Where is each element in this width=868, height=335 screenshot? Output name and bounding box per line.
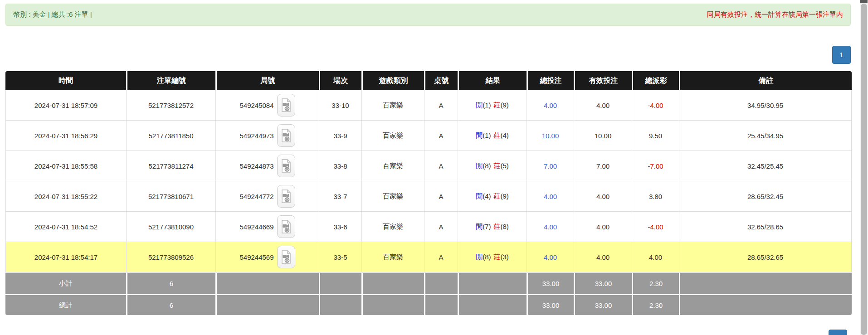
video-replay-button[interactable] (277, 246, 295, 268)
pagination-top: 1 (5, 46, 851, 64)
cell-payout: 3.80 (632, 181, 679, 212)
table-row: 2024-07-31 18:57:09 521773812572 5492450… (5, 90, 852, 121)
cell-total-bet: 4.00 (527, 181, 574, 212)
round-number: 549244569 (239, 253, 273, 261)
result-banker-value: (8) (501, 223, 509, 230)
video-replay-button[interactable] (277, 185, 295, 208)
result-player-label: 閒 (476, 253, 483, 261)
cell-game-type: 百家樂 (361, 181, 424, 212)
cell-game-type: 百家樂 (361, 242, 424, 272)
video-replay-button[interactable] (277, 215, 295, 238)
result-player-value: (1) (483, 101, 491, 109)
total-bet-link[interactable]: 4.00 (544, 193, 557, 200)
header-result: 結果 (458, 71, 527, 90)
scrollbar-top-cap (860, 0, 868, 3)
pagination-page-1-top[interactable]: 1 (832, 46, 851, 64)
header-session: 場次 (319, 71, 361, 90)
total-bet-link[interactable]: 4.00 (544, 102, 557, 109)
cell-game-type: 百家樂 (361, 90, 424, 121)
subtotal-total-bet: 33.00 (527, 272, 574, 294)
pagination-page-1-bottom[interactable]: 1 (829, 330, 847, 335)
cell-round: 549244669 (215, 212, 319, 242)
payout-value: 3.80 (649, 193, 662, 200)
subtotal-count: 6 (126, 272, 215, 294)
round-number: 549244772 (239, 193, 273, 200)
grand-total-label: 總計 (5, 294, 126, 315)
cell-table-no: A (424, 212, 458, 242)
total-bet-link[interactable]: 7.00 (544, 162, 557, 170)
header-payout: 總派彩 (632, 71, 679, 90)
cell-table-no: A (424, 151, 458, 181)
subtotal-row: 小計 6 33.00 33.00 2.30 (5, 272, 852, 294)
payout-value: 9.50 (649, 132, 662, 140)
result-player-value: (8) (483, 253, 491, 261)
cell-session: 33-9 (319, 121, 361, 151)
result-player-value: (1) (483, 131, 491, 139)
grand-total-total-bet: 33.00 (527, 294, 574, 315)
cell-time: 2024-07-31 18:54:52 (5, 212, 126, 242)
cell-round: 549244772 (215, 181, 319, 212)
cell-table-no: A (424, 242, 458, 272)
table-row: 2024-07-31 18:54:52 521773810090 5492446… (5, 212, 852, 242)
cell-time: 2024-07-31 18:57:09 (5, 90, 126, 121)
cell-table-no: A (424, 181, 458, 212)
cell-payout: -4.00 (632, 90, 679, 121)
table-body: 2024-07-31 18:57:09 521773812572 5492450… (5, 90, 852, 272)
video-replay-button[interactable] (277, 94, 295, 117)
result-player-label: 閒 (476, 101, 483, 109)
cell-result: 閒(1)莊(4) (458, 121, 527, 151)
result-banker-value: (9) (501, 192, 509, 200)
cell-payout: 9.50 (632, 121, 679, 151)
scrollbar-track[interactable] (860, 0, 868, 335)
result-banker-value: (4) (501, 131, 509, 139)
scrollbar-thumb[interactable] (861, 4, 867, 335)
header-table-no: 桌號 (424, 71, 458, 90)
video-replay-button[interactable] (277, 124, 295, 147)
cell-table-no: A (424, 121, 458, 151)
cell-result: 閒(8)莊(5) (458, 151, 527, 181)
result-banker-value: (9) (501, 101, 509, 109)
cell-time: 2024-07-31 18:56:29 (5, 121, 126, 151)
total-bet-link[interactable]: 4.00 (544, 223, 557, 231)
cell-time: 2024-07-31 18:55:22 (5, 181, 126, 212)
result-player-label: 閒 (476, 162, 483, 170)
result-player-value: (7) (483, 223, 491, 230)
bet-records-table: 時間 注單編號 局號 場次 遊戲類別 桌號 結果 總投注 有效投注 總派彩 備註… (5, 71, 852, 315)
total-bet-link[interactable]: 4.00 (544, 253, 557, 261)
video-film-icon (281, 98, 292, 112)
cell-total-bet: 4.00 (527, 242, 574, 272)
table-row: 2024-07-31 18:56:29 521773811850 5492449… (5, 121, 852, 151)
cell-session: 33-7 (319, 181, 361, 212)
cell-table-no: A (424, 90, 458, 121)
cell-bet-id: 521773812572 (126, 90, 215, 121)
info-bar: 幣別 : 美金 | 總共 :6 注單 | 同局有效投注，統一計算在該局第一張注單… (5, 4, 851, 26)
result-banker-value: (3) (501, 253, 509, 261)
header-bet-id: 注單編號 (126, 71, 215, 90)
cell-game-type: 百家樂 (361, 212, 424, 242)
video-film-icon (281, 159, 292, 173)
subtotal-payout: 2.30 (632, 272, 679, 294)
payout-value: -4.00 (648, 102, 663, 109)
total-bet-link[interactable]: 10.00 (542, 132, 559, 140)
cell-round: 549245084 (215, 90, 319, 121)
video-film-icon (281, 219, 292, 234)
video-film-icon (281, 250, 292, 264)
result-banker-value: (5) (501, 162, 509, 170)
video-replay-button[interactable] (277, 155, 295, 177)
cell-total-bet: 4.00 (527, 212, 574, 242)
cell-round: 549244973 (215, 121, 319, 151)
cell-session: 33-8 (319, 151, 361, 181)
cell-game-type: 百家樂 (361, 121, 424, 151)
pagination-bottom: 1 (829, 330, 847, 335)
cell-session: 33-5 (319, 242, 361, 272)
cell-remark: 32.45/25.45 (679, 151, 852, 181)
payout-value: -7.00 (648, 162, 663, 170)
cell-round: 549244873 (215, 151, 319, 181)
cell-session: 33-6 (319, 212, 361, 242)
cell-total-bet: 10.00 (527, 121, 574, 151)
table-row: 2024-07-31 18:54:17 521773809526 5492445… (5, 242, 852, 272)
round-number: 549244973 (239, 132, 273, 140)
cell-time: 2024-07-31 18:54:17 (5, 242, 126, 272)
result-banker-label: 莊 (494, 253, 501, 261)
subtotal-label: 小計 (5, 272, 126, 294)
